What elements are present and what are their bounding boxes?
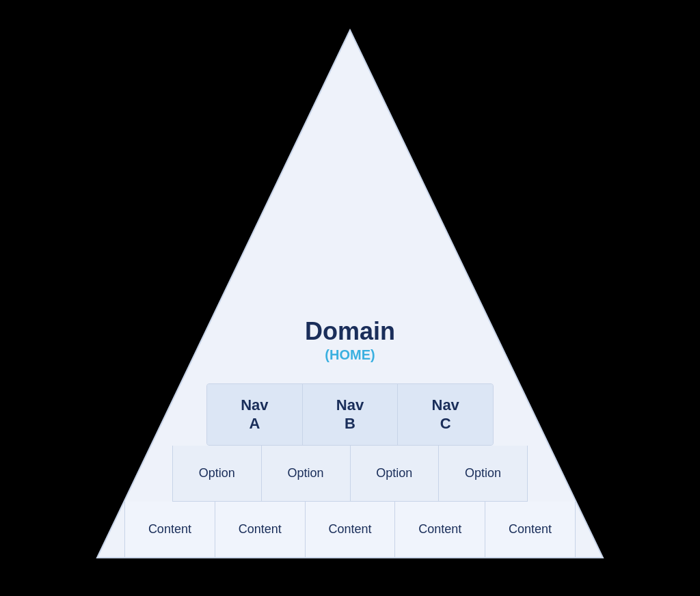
content-2[interactable]: Content	[215, 502, 306, 557]
domain-subtitle: (HOME)	[325, 347, 375, 363]
content-1[interactable]: Content	[125, 502, 215, 557]
layer-options: Option Option Option Option	[172, 446, 528, 502]
content-4[interactable]: Content	[395, 502, 485, 557]
domain-title: Domain	[305, 318, 395, 345]
option-4[interactable]: Option	[439, 446, 527, 501]
option-2[interactable]: Option	[262, 446, 351, 501]
content-5[interactable]: Content	[485, 502, 575, 557]
content-3[interactable]: Content	[306, 502, 396, 557]
nav-item-c[interactable]: NavC	[398, 384, 493, 445]
nav-item-a[interactable]: NavA	[207, 384, 303, 445]
pyramid-content: Domain (HOME) NavA NavB NavC Option Opti…	[118, 304, 582, 558]
layer-content: Content Content Content Content Content	[124, 502, 576, 558]
option-1[interactable]: Option	[173, 446, 262, 501]
layer-domain: Domain (HOME)	[247, 304, 453, 384]
layer-nav: NavA NavB NavC	[206, 383, 494, 446]
nav-item-b[interactable]: NavB	[303, 384, 399, 445]
diagram-container: Domain (HOME) NavA NavB NavC Option Opti…	[83, 18, 617, 578]
option-3[interactable]: Option	[351, 446, 440, 501]
